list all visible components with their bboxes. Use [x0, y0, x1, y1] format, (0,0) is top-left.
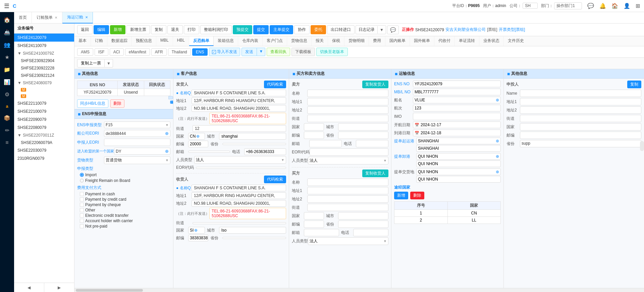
buyer-addr2-input[interactable]: [307, 195, 388, 203]
consignee-province-input[interactable]: [222, 237, 286, 239]
other-copy-btn[interactable]: 复制: [627, 81, 641, 88]
tab-sea-booking[interactable]: 海运订舱 ✕: [62, 12, 93, 23]
btn-main-submit[interactable]: 主单提交: [270, 25, 293, 34]
discharge-port-input1[interactable]: QUI NHON ⊕: [416, 153, 501, 160]
subtab-basic[interactable]: 基本: [74, 36, 91, 46]
seller-name-input[interactable]: [307, 90, 388, 97]
consignee-code-search[interactable]: 代码检索: [264, 176, 286, 183]
subtab-packing[interactable]: 装箱信息: [214, 36, 238, 46]
chat-msg-btn[interactable]: 💬: [387, 26, 399, 34]
sidebar-item-shse22060079a[interactable]: SHSE22060079A: [14, 139, 74, 146]
seller-phone-input[interactable]: [356, 140, 388, 147]
subtab-status[interactable]: 业务状态: [479, 36, 504, 46]
ens-tab-ens[interactable]: ENS: [192, 48, 208, 56]
buyer-name-input[interactable]: [307, 179, 388, 186]
buyer-city-input[interactable]: [338, 212, 388, 220]
sidebar-item-shse22030079[interactable]: SHSE22030079: [14, 146, 74, 154]
city-input[interactable]: shanghai: [219, 133, 286, 140]
sidebar-item-shse22100079[interactable]: SHSE22100079: [14, 107, 74, 115]
other-addr2-input[interactable]: [520, 106, 641, 114]
btn-submit[interactable]: 提交: [253, 25, 269, 34]
sidebar-item-shse22080079[interactable]: SHSE22080079: [14, 124, 74, 132]
copy-seller-btn[interactable]: 复制发货人: [362, 81, 388, 88]
shipper-code-search[interactable]: 代码检索: [264, 81, 286, 88]
nav-icon-star[interactable]: ★: [3, 52, 11, 62]
buyer-person-type-select[interactable]: 法人 ▼: [308, 237, 388, 245]
tab-booking-pre[interactable]: 订舱预单 ✕: [32, 12, 62, 23]
ens-view-feedback[interactable]: 查看回执: [267, 48, 290, 56]
ens-del-btn[interactable]: 删除: [110, 99, 124, 108]
other-province-input[interactable]: supp: [520, 140, 641, 147]
nav-icon-folder[interactable]: 📁: [2, 64, 12, 75]
bell-icon[interactable]: 🔔: [599, 3, 606, 9]
addr1-input[interactable]: 12/F, HARBOUR RING HUANGPU CENTER,: [192, 97, 286, 104]
user-icon[interactable]: 👤: [624, 3, 630, 9]
consignee-street-input[interactable]: [193, 222, 286, 224]
home-icon[interactable]: 🏠: [611, 3, 618, 9]
sidebar-item-shse24110079[interactable]: SHSE24110079: [14, 42, 74, 50]
other-name-input[interactable]: [520, 90, 641, 97]
btn-log-arrow[interactable]: ▼: [377, 26, 386, 34]
sidebar-group-shse24100079z[interactable]: ▼SHSE24100079Z: [14, 50, 74, 57]
btn-collab[interactable]: 协作: [294, 25, 310, 34]
chat-icon[interactable]: 💬: [587, 3, 594, 9]
seller-province-input[interactable]: [338, 132, 388, 139]
tab-booking-pre-close[interactable]: ✕: [55, 16, 57, 19]
sidebar-item-m1[interactable]: M: [14, 87, 74, 93]
buyer-email-input[interactable]: [304, 229, 339, 236]
loading-port-input1[interactable]: SHANGHAI ⊕: [416, 138, 501, 144]
phone-input[interactable]: +86-263636333: [244, 148, 286, 155]
country-copy-icon[interactable]: ⊕: [196, 134, 200, 139]
buyer-country-input[interactable]: [304, 212, 324, 220]
sidebar-scroll-left[interactable]: ◀: [14, 283, 44, 292]
company-select[interactable]: SH: [523, 3, 538, 9]
declare-import[interactable]: Import: [85, 173, 97, 177]
ens-tab-emanifest[interactable]: eManifest: [125, 48, 150, 56]
nav-icon-box[interactable]: 📦: [2, 113, 12, 123]
btn-cancel[interactable]: 退关: [167, 25, 183, 34]
buyer-province-input[interactable]: [338, 221, 388, 228]
seller-country-input[interactable]: [304, 123, 324, 131]
addr2-input[interactable]: NO.98 LIUHE ROAD, SHANGHAI 200001,: [192, 105, 286, 112]
op-type-link[interactable]: 开票类型[票组]: [499, 27, 525, 33]
op-company-link[interactable]: 安吉天则塑业有限公司: [445, 27, 486, 33]
btn-export-import[interactable]: 出口转进口: [327, 25, 355, 34]
sidebar-scroll-right[interactable]: ▶: [44, 283, 74, 292]
copy-upper-arrow[interactable]: ▼: [105, 59, 113, 67]
discharge-port-copy[interactable]: ⊕: [496, 154, 499, 159]
sidebar-item-shse22110079[interactable]: SHSE22110079: [14, 99, 74, 107]
first-eu-copy[interactable]: ⊕: [165, 149, 169, 154]
loading-port-input2[interactable]: SHANGHAI: [416, 145, 501, 152]
subtab-customs[interactable]: 报关: [312, 36, 328, 46]
menu-icon[interactable]: ☰: [4, 2, 9, 10]
other-country-input[interactable]: [520, 123, 641, 131]
consignee-zip-input[interactable]: 38383838: [188, 235, 208, 241]
voyage-input[interactable]: 123: [413, 105, 501, 111]
btn-new[interactable]: 新增: [110, 25, 125, 34]
subtab-customer-point[interactable]: 客户门点: [263, 36, 287, 46]
consignee-addr2-input[interactable]: NO.98 LIUHE ROAD, SHANGHAI 200001,: [192, 200, 286, 207]
grid-icon[interactable]: ⊞: [636, 3, 640, 9]
nav-icon-list[interactable]: ≡: [3, 138, 10, 148]
ens-switch-old[interactable]: 切换至老版本: [316, 48, 348, 56]
btn-log[interactable]: 日志记录: [356, 26, 377, 34]
tab-sea-booking-close[interactable]: ✕: [85, 15, 88, 19]
subtab-ens[interactable]: 反恐舱单: [189, 36, 214, 46]
ens-tab-afr[interactable]: AFR: [151, 48, 167, 56]
email-input[interactable]: [188, 151, 230, 153]
consignee-tel-fax[interactable]: TEL:86-21-60933688FAX:86-21-51062688USC: [209, 208, 286, 219]
sidebar-item-shfse230922904[interactable]: SHFSE230922904: [14, 57, 74, 64]
company-eori-copy[interactable]: ⊕: [165, 131, 169, 136]
subtab-data-track[interactable]: 数据追踪: [107, 36, 132, 46]
nav-icon-ship[interactable]: 🚢: [2, 27, 12, 38]
subtab-domestic-bill[interactable]: 国内账单: [385, 36, 410, 46]
subtab-doc-flow[interactable]: 单证流转: [455, 36, 479, 46]
btn-print[interactable]: 打印: [184, 25, 199, 34]
street-input[interactable]: 12: [193, 125, 286, 132]
right-scroll[interactable]: [640, 141, 644, 151]
ens-tab-ams[interactable]: AMS: [77, 48, 93, 56]
ens-tab-aci[interactable]: ACI: [110, 48, 124, 56]
ens-download-template[interactable]: 下载模板: [291, 48, 315, 56]
other-street-input[interactable]: [520, 115, 641, 122]
nav-icon-user[interactable]: 👥: [2, 40, 12, 50]
